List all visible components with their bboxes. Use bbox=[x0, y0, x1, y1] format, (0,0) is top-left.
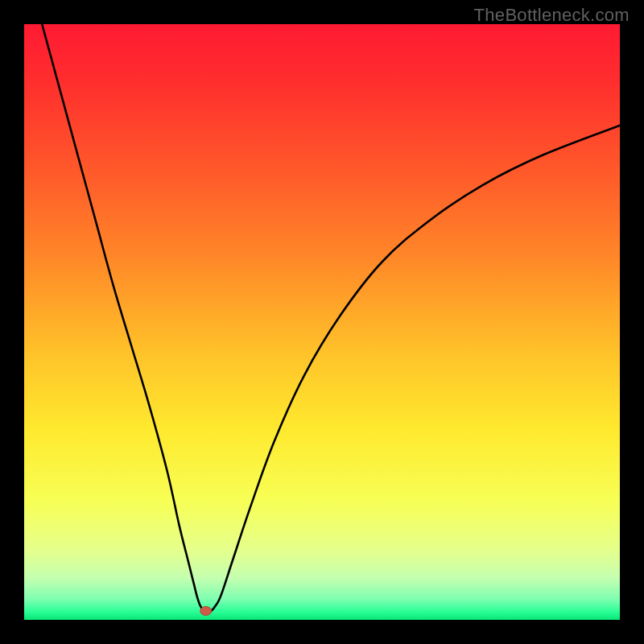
gradient-background bbox=[24, 24, 620, 620]
plot-svg bbox=[24, 24, 620, 620]
chart-frame: TheBottleneck.com bbox=[0, 0, 644, 644]
optimum-marker bbox=[200, 606, 212, 615]
plot-area bbox=[24, 24, 620, 620]
watermark-text: TheBottleneck.com bbox=[474, 5, 630, 26]
